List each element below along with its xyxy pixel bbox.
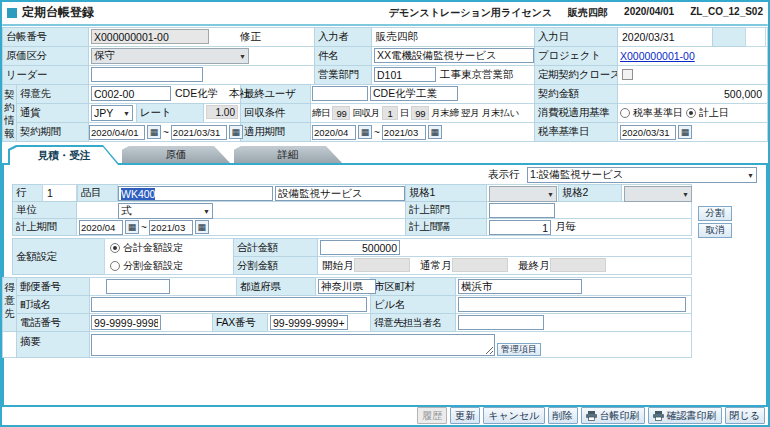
ledger-print-button[interactable]: 台帳印刷: [581, 407, 645, 424]
tab-detail[interactable]: 詳細: [234, 146, 342, 163]
tax-date-field[interactable]: [620, 125, 676, 140]
total-amount-option: 合計金額設定: [123, 241, 183, 255]
rec-period-to-field[interactable]: [149, 220, 193, 235]
rec-period-label: 計上期間: [12, 218, 77, 236]
empty-value-cell: [745, 27, 766, 47]
leader-label: リーダー: [2, 65, 89, 85]
spec1-select[interactable]: ▼: [489, 186, 557, 202]
dropdown-arrow-icon: ▼: [120, 110, 130, 117]
collect-month-label: 回収月: [352, 107, 380, 120]
tab-estimate-order[interactable]: 見積・受注: [8, 145, 120, 165]
entry-person-value: 販売四郎: [376, 27, 418, 47]
split-button[interactable]: 分割: [698, 206, 732, 221]
row-no-value: 1: [47, 184, 53, 202]
display-row-select[interactable]: 1:設備監視サービス▼: [527, 167, 757, 183]
tax-basis-radio-record-date[interactable]: [686, 108, 696, 118]
history-button[interactable]: 履歴: [417, 407, 447, 424]
pref-field[interactable]: [318, 279, 376, 294]
fax-field[interactable]: [270, 315, 348, 330]
cost-class-select[interactable]: 保守▼: [91, 48, 249, 64]
cancel-button[interactable]: キャンセル: [483, 407, 544, 424]
contract-amount-label: 契約金額: [534, 84, 618, 104]
spec2-label: 規格2: [558, 184, 622, 202]
zip-label: 郵便番号: [16, 277, 90, 296]
calendar-picker-icon[interactable]: ▦: [428, 125, 442, 139]
total-amount-radio[interactable]: [110, 243, 120, 253]
screen-id: ZL_CO_12_S02: [690, 6, 763, 20]
unit-label: 単位: [12, 201, 77, 219]
item-name-field[interactable]: [275, 186, 405, 201]
split-cancel-button[interactable]: 取消: [698, 223, 732, 238]
closing-day-value: 99: [332, 106, 350, 120]
contact-label: 得意先担当者名: [370, 313, 456, 332]
calendar-picker-icon[interactable]: ▦: [678, 125, 692, 139]
calendar-picker-icon[interactable]: ▦: [358, 125, 372, 139]
item-code-field[interactable]: WK400: [118, 186, 273, 201]
close-button[interactable]: 閉じる: [725, 407, 765, 424]
entry-date-label: 入力日: [534, 27, 618, 47]
mode-text: 修正: [240, 27, 261, 47]
calendar-picker-icon[interactable]: ▦: [195, 220, 209, 234]
apply-period-to-field[interactable]: [382, 125, 426, 140]
dropdown-arrow-icon: ▼: [744, 172, 754, 179]
tel-field[interactable]: [91, 315, 161, 330]
remarks-label: 摘要: [16, 331, 90, 358]
dropdown-arrow-icon: ▼: [200, 208, 210, 215]
confirm-print-button[interactable]: 確認書印刷: [648, 407, 722, 424]
city-field[interactable]: [458, 279, 582, 294]
town-field[interactable]: [91, 297, 367, 312]
title-square-icon: [7, 8, 17, 18]
last-month-value: [550, 258, 606, 272]
sales-dept-code-field[interactable]: [374, 67, 436, 82]
calendar-picker-icon[interactable]: ▦: [147, 125, 161, 139]
town-label: 町域名: [16, 295, 90, 314]
zip-field[interactable]: [106, 279, 170, 294]
contract-close-checkbox[interactable]: [622, 69, 633, 80]
rec-dept-field[interactable]: [489, 203, 555, 218]
rec-interval-label: 計上間隔: [405, 218, 487, 236]
tab-cost[interactable]: 原価: [122, 146, 230, 163]
contract-period-from-field[interactable]: [89, 125, 145, 140]
ledger-no-field[interactable]: [91, 29, 209, 44]
unit-select[interactable]: 式▼: [118, 203, 213, 219]
tax-basis-option1: 税率基準日: [633, 106, 683, 120]
rec-period-from-field[interactable]: [79, 220, 123, 235]
selected-text: WK400: [121, 188, 155, 200]
rate-label: レート: [136, 103, 204, 123]
currency-label: 通貨: [16, 103, 89, 123]
calendar-picker-icon[interactable]: ▦: [229, 125, 243, 139]
apply-period-from-field[interactable]: [312, 125, 356, 140]
range-separator: ~: [163, 127, 169, 138]
rec-interval-unit: 月毎: [555, 218, 576, 236]
entry-date-value: 2020/03/31: [622, 27, 675, 47]
end-user-name-field[interactable]: [370, 86, 458, 101]
subject-field[interactable]: [374, 48, 534, 63]
normal-month-value: [452, 258, 508, 272]
printer-icon: [586, 411, 597, 421]
split-amount-radio[interactable]: [110, 261, 120, 271]
admin-items-button[interactable]: 管理項目: [497, 343, 541, 356]
spec2-select[interactable]: ▼: [624, 186, 692, 202]
total-amount-field[interactable]: [320, 240, 400, 255]
contract-period-to-field[interactable]: [171, 125, 227, 140]
calendar-picker-icon[interactable]: ▦: [125, 220, 139, 234]
end-user-code-field[interactable]: [312, 86, 368, 101]
customer-name: CDE化学 本社: [175, 84, 250, 104]
range-separator: ~: [141, 222, 147, 233]
customer-code-field[interactable]: [91, 86, 171, 101]
remarks-textarea[interactable]: [91, 334, 495, 356]
leader-field[interactable]: [91, 67, 203, 82]
contact-field[interactable]: [458, 315, 544, 330]
building-field[interactable]: [458, 297, 686, 312]
tax-basis-radio-rate-date[interactable]: [620, 108, 630, 118]
cost-class-label: 原価区分: [2, 46, 89, 66]
fax-label: FAX番号: [212, 313, 268, 332]
apply-period-label: 適用期間: [240, 122, 311, 142]
update-button[interactable]: 更新: [450, 407, 480, 424]
rec-interval-field[interactable]: [489, 220, 551, 235]
license-text: デモンストレーション用ライセンス: [389, 6, 552, 20]
delete-button[interactable]: 削除: [548, 407, 578, 424]
contract-info-group-label: 契約情報: [2, 84, 17, 142]
currency-select[interactable]: JPY▼: [91, 105, 133, 121]
project-link[interactable]: X000000001-00: [620, 50, 695, 62]
